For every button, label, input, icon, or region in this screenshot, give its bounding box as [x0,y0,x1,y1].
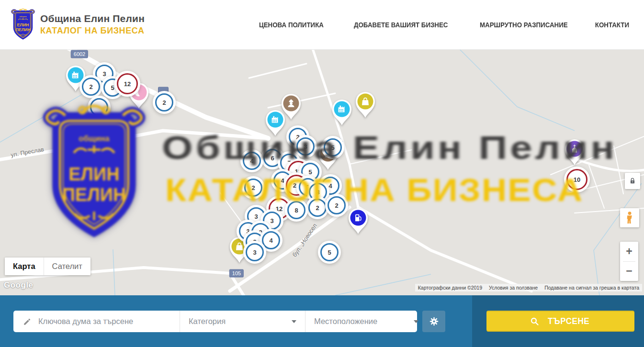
church-icon [569,144,580,154]
svg-text:ЕЛИН: ЕЛИН [17,22,29,27]
location-select-value: Местоположение [314,317,377,326]
chevron-down-icon [414,320,418,323]
road-number-label: 105 [229,269,244,278]
search-icon [530,316,540,326]
nav-add-your-business[interactable]: ДОБАВЕТЕ ВАШИЯТ БИЗНЕС [354,21,448,29]
map-cluster-marker[interactable]: 2 [328,196,346,214]
map-cluster-marker[interactable]: 12 [117,73,138,94]
search-filters-panel: Категория Местоположение [0,295,472,347]
chevron-down-icon [292,320,296,323]
map-cluster-marker[interactable]: 5 [320,243,339,261]
attribution-report-error-link[interactable]: Подаване на сигнал за грешка в картата [544,285,639,291]
map-pin-marker[interactable] [264,110,286,137]
google-logo[interactable]: Google [4,280,34,290]
search-action-panel: ТЪРСЕНЕ [472,295,644,347]
site-title: Община Елин Пелин [40,13,145,24]
search-fields-group: Категория Местоположение [13,311,417,332]
map-pin-marker[interactable] [564,139,586,166]
nav-contacts[interactable]: КОНТАКТИ [595,21,629,29]
map-cluster-marker[interactable] [90,98,108,116]
map-cluster-marker[interactable]: 4 [262,231,280,249]
factory-icon [337,104,347,114]
factory-icon [270,114,281,125]
main-nav: ЦЕНОВА ПОЛИТИКА ДОБАВЕТЕ ВАШИЯТ БИЗНЕС М… [254,0,632,49]
page-header: общинаЕЛИНПЕЛИН Община Елин Пелин КАТАЛО… [0,0,644,50]
lock-control-button[interactable] [625,173,640,189]
road-number-label: 6002 [71,50,88,58]
street-view-pegman-button[interactable] [620,208,639,227]
map-cluster-marker[interactable]: 2 [155,93,173,112]
map-pin-marker[interactable] [354,91,376,119]
factory-icon [70,70,81,80]
lock-icon [628,176,637,186]
zoom-out-button[interactable]: − [620,262,638,281]
keyword-input[interactable] [37,316,180,326]
gear-icon [429,316,439,326]
map-cluster-marker[interactable]: 10 [566,169,588,190]
map-cluster-marker[interactable]: 3 [296,137,315,156]
svg-text:ПЕЛИН: ПЕЛИН [15,27,30,32]
brand: Община Елин Пелин КАТАЛОГ НА БИЗНЕСА [40,13,145,36]
map-cluster-marker[interactable]: 3 [246,243,264,261]
advanced-settings-button[interactable] [422,311,445,332]
search-button-label: ТЪРСЕНЕ [548,316,589,326]
search-bar: Категория Местоположение [0,295,644,347]
map-cluster-marker[interactable]: 2 [244,179,262,197]
location-select[interactable]: Местоположение [305,311,427,332]
map-cluster-marker[interactable]: 6 [263,149,282,167]
keyword-field [13,311,180,332]
map-cluster-marker[interactable]: 8 [287,201,305,219]
map-pin-marker[interactable] [347,208,369,235]
nav-pricing-policy[interactable]: ЦЕНОВА ПОЛИТИКА [259,21,324,29]
map-type-control: Карта Сателит [5,257,90,275]
site-subtitle: КАТАЛОГ НА БИЗНЕСА [40,26,145,36]
attribution-terms-link[interactable]: Условия за ползване [489,285,538,291]
shopping-bag-icon [234,241,245,252]
map-type-satellite-button[interactable]: Сателит [44,257,90,275]
map-cluster-marker[interactable]: 5 [324,138,342,157]
zoom-in-button[interactable]: + [620,242,638,261]
search-button[interactable]: ТЪРСЕНЕ [486,311,634,332]
pegman-icon [624,211,635,224]
map-cluster-marker[interactable]: 2 [82,78,100,96]
map-pin-marker[interactable] [331,99,353,126]
zoom-control: + − [620,242,638,281]
nav-route-schedule[interactable]: МАРШРУТНО РАЗПИСАНИЕ [480,21,568,29]
pencil-icon [23,317,32,326]
map-type-map-button[interactable]: Карта [5,257,44,275]
category-select-value: Категория [189,317,226,326]
shopping-bag-icon [360,96,371,107]
municipality-crest-logo: общинаЕЛИНПЕЛИН [11,9,35,41]
svg-text:община: община [20,15,27,18]
map-attribution: Картографски данни ©2019 Условия за полз… [415,284,642,291]
attribution-copyright: Картографски данни ©2019 [418,285,482,291]
map-cluster-marker[interactable]: 4 [243,152,261,170]
fuel-icon [353,213,363,223]
google-map[interactable]: 3251222356471354217428221283338343510600… [0,49,644,295]
worker-icon [286,98,296,109]
category-select[interactable]: Категория [180,311,305,332]
map-cluster-marker[interactable]: 2 [308,199,327,217]
